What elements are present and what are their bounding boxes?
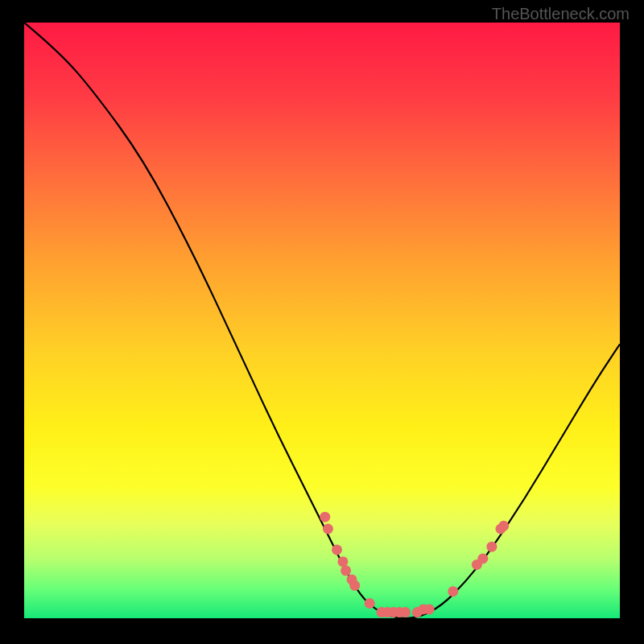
data-marker [400, 607, 411, 617]
watermark-text: TheBottleneck.com [492, 5, 630, 23]
data-marker [341, 565, 351, 576]
data-marker [332, 544, 342, 555]
data-marker [323, 524, 333, 535]
data-marker [498, 521, 509, 531]
data-marker [477, 554, 488, 564]
data-markers [320, 512, 509, 617]
data-marker [365, 598, 375, 609]
chart-svg [24, 23, 620, 618]
plot-area [24, 23, 620, 618]
data-marker [349, 580, 360, 591]
data-marker [424, 604, 435, 614]
data-marker [448, 586, 458, 597]
data-marker [486, 542, 497, 552]
bottleneck-curve [24, 23, 620, 618]
data-marker [320, 512, 330, 522]
data-marker [337, 556, 348, 567]
